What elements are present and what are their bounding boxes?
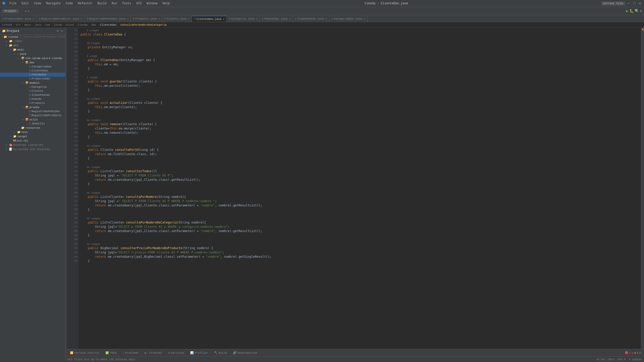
tree-item-registrodepedidos[interactable]: ▸ C RegistroDePedidos — [0, 109, 65, 113]
bc-latam[interactable]: latam — [54, 23, 62, 26]
tree-item-clientedao[interactable]: ▸ C ClienteDao — [0, 69, 65, 73]
tree-item-pedido[interactable]: ▸ C Pedido — [0, 97, 65, 101]
tab-registrodeproducto[interactable]: J RegistroDeProducto.java ✕ — [36, 16, 85, 22]
tab-close-icon[interactable]: ✕ — [326, 17, 327, 20]
bc-src[interactable]: src — [16, 23, 21, 26]
tree-item-main[interactable]: ▾ 📂 main — [0, 48, 65, 52]
tab-pedidodao[interactable]: J PedidoDao.java ✕ — [260, 16, 293, 22]
tree-item-modelo[interactable]: ▾ 📦 modelo — [0, 81, 65, 85]
tab-categoriadao[interactable]: J CategoriaDao.java ✕ — [329, 16, 367, 22]
tab-registrodepedidos[interactable]: J RegistroDePedidos.java ✕ — [85, 16, 131, 22]
tree-item-jpautils[interactable]: ▸ C JPAUtils — [0, 122, 65, 126]
bc-java[interactable]: java — [35, 23, 41, 26]
run-button[interactable]: ▶ — [626, 9, 628, 14]
tab-itemspedido[interactable]: J ItemsPedido.java ✕ — [293, 16, 329, 22]
menu-edit[interactable]: Edit — [20, 1, 30, 6]
todo-tab[interactable]: ✅ TODO — [103, 350, 119, 355]
bc-clientedao[interactable]: ClienteDao — [100, 23, 116, 26]
bc-dao[interactable]: dao — [91, 23, 96, 26]
bc-alura[interactable]: alura — [66, 23, 74, 26]
tab-close-icon[interactable]: ✕ — [256, 17, 257, 20]
tree-item-java[interactable]: ▾ ☕ java — [0, 52, 65, 56]
tree-item-scratches[interactable]: ▸ 📝 Scratches and Consoles — [0, 147, 65, 151]
tree-item-target[interactable]: ▸ 📁 target — [0, 134, 65, 139]
tree-item-src[interactable]: ▾ 📂 src — [0, 43, 65, 48]
menu-navigate[interactable]: Navigate — [45, 1, 62, 6]
tree-item-dao[interactable]: ▾ 📦 dao — [0, 60, 65, 65]
tree-item-external-libraries[interactable]: ▸ 📚 External Libraries — [0, 143, 65, 147]
maximize-button[interactable]: □ — [632, 2, 636, 6]
menu-help[interactable]: Help — [161, 1, 171, 6]
tab-close-icon[interactable]: ✕ — [33, 17, 34, 20]
bc-tienda[interactable]: tienda — [2, 23, 12, 26]
menu-tools[interactable]: Tools — [120, 1, 133, 6]
project-dropdown[interactable]: Project — [2, 9, 19, 13]
bc-main[interactable]: main — [24, 23, 31, 26]
statusbar: All files are up-to-date (25 minutes ago… — [65, 356, 644, 362]
search-everywhere-button[interactable]: 🔍 — [635, 9, 639, 13]
tab-close-icon[interactable]: ✕ — [81, 17, 82, 20]
debug-button[interactable]: 🐛 — [629, 9, 634, 13]
tab-categoria[interactable]: J Categoria.java ✕ — [227, 16, 260, 22]
tree-label: .idea — [13, 40, 22, 43]
tree-item-utils[interactable]: ▾ 📦 utils — [0, 117, 65, 122]
tab-close-icon[interactable]: ✕ — [223, 18, 224, 21]
menu-file[interactable]: File — [8, 1, 18, 6]
tree-item-resources[interactable]: ▸ 📁 resources — [0, 126, 65, 130]
code-editor[interactable]: 3 usages public class ClienteDao { 10 us… — [78, 28, 641, 349]
build-tab[interactable]: 🔨 Build — [212, 350, 229, 355]
close-button[interactable]: ✕ — [638, 1, 642, 6]
tab-producto[interactable]: J Producto.java ✕ — [131, 16, 162, 22]
tree-item-itemspedido[interactable]: ▸ C ItemsPedido — [0, 93, 65, 97]
dependencies-tab[interactable]: 🔗 Dependencies — [230, 350, 260, 355]
tree-item-categoria[interactable]: ▸ C Categoria — [0, 85, 65, 89]
menu-refactor[interactable]: Refactor — [76, 1, 94, 6]
tab-cliente[interactable]: J Cliente.java ✕ — [162, 16, 192, 22]
bc-method[interactable]: consultaPorNombreDeCategoria — [120, 23, 167, 26]
tree-item-producto[interactable]: ▸ C Producto — [0, 101, 65, 105]
menu-view[interactable]: View — [32, 1, 43, 6]
tree-label: Categoria — [32, 85, 47, 88]
tab-close-icon[interactable]: ✕ — [158, 17, 160, 20]
collapse-all-button[interactable]: ⊟ — [57, 29, 59, 33]
bc-com[interactable]: com — [45, 23, 50, 26]
tab-close-icon[interactable]: ✕ — [127, 17, 129, 20]
tree-item-prueba[interactable]: ▾ 📦 prueba — [0, 105, 65, 109]
tree-label: java — [20, 53, 26, 56]
menu-run[interactable]: Run — [110, 1, 118, 6]
tab-clientedao[interactable]: J ClienteDao.java ✕ — [192, 16, 227, 22]
profiler-tab[interactable]: 📊 Profiler — [188, 350, 211, 355]
tree-item-categoriadao[interactable]: ▸ C CategoriaDao — [0, 65, 65, 69]
terminal-tab[interactable]: ▶_ Terminal — [142, 350, 165, 355]
tree-label: External Libraries — [13, 144, 43, 147]
vcs-icon: 🔀 — [70, 351, 73, 354]
menu-build[interactable]: Build — [96, 1, 108, 6]
tab-productodao[interactable]: J ProductoDao.java ✕ — [0, 16, 36, 22]
tree-item-com-latam[interactable]: ▾ 📦 com.latam.alura.tienda — [0, 56, 65, 60]
menu-vcs[interactable]: VCS — [135, 1, 143, 6]
forward-button[interactable]: ▸ — [28, 9, 30, 13]
tree-item-cliente[interactable]: ▸ C Cliente — [0, 89, 65, 93]
tab-close-icon[interactable]: ✕ — [364, 17, 365, 20]
tree-item-productodao[interactable]: ▸ C ProductoDao — [0, 77, 65, 81]
services-tab[interactable]: ⚙ Services — [166, 350, 187, 355]
bc-tienda2[interactable]: tienda — [77, 23, 88, 26]
problems-tab[interactable]: ⚠ Problems — [120, 350, 141, 355]
tab-close-icon[interactable]: ✕ — [188, 17, 190, 20]
tree-item-tienda[interactable]: ▾ 📂 tienda C:\Users\zzala\workspace\tien… — [0, 35, 65, 39]
current-file-dropdown[interactable]: Current File — [601, 2, 625, 6]
tab-close-icon[interactable]: ✕ — [289, 17, 291, 20]
tree-item-test[interactable]: ▸ 📁 test — [0, 130, 65, 134]
file-status: All files are up-to-date (25 minutes ago… — [67, 358, 136, 361]
vcs-tab[interactable]: 🔀 Version Control — [67, 350, 102, 355]
tree-item-registrodeproducto[interactable]: ▸ C RegistroDeProducto — [0, 113, 65, 117]
tree-item-pedidodao[interactable]: ▸ C PedidoDao — [0, 73, 65, 77]
menu-window[interactable]: Window — [145, 1, 159, 6]
settings-sidebar-button[interactable]: ⚙ — [60, 29, 63, 33]
tree-item-pom[interactable]: ▸ 𝗠 pom.xml — [0, 139, 65, 143]
settings-button[interactable]: ⚙ — [640, 9, 642, 13]
tree-item-idea[interactable]: ▸ 📁 .idea — [0, 39, 65, 43]
menu-code[interactable]: Code — [64, 1, 74, 6]
minimize-button[interactable]: ─ — [627, 2, 631, 6]
back-button[interactable]: ◂ — [24, 9, 26, 13]
